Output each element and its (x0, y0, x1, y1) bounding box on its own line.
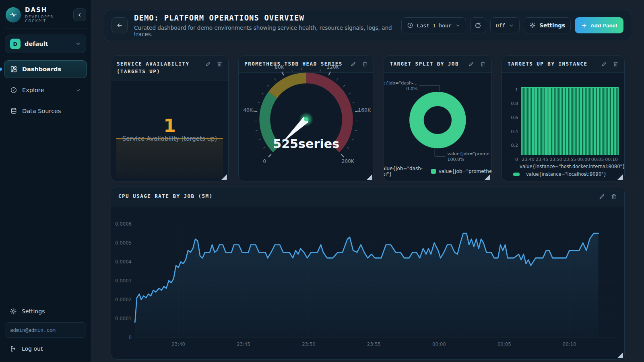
stat-chart-area[interactable]: 1 Service Availability (targets up) (111, 80, 228, 181)
delete-panel-icon[interactable] (611, 193, 617, 200)
logout-button[interactable]: Log out (4, 341, 87, 356)
workspace-selector[interactable]: D default (5, 35, 86, 53)
app-logo (6, 7, 21, 23)
clock-icon (407, 22, 413, 29)
panel-resize-handle[interactable] (617, 174, 623, 180)
edit-panel-icon[interactable] (468, 61, 474, 67)
edit-panel-icon[interactable] (205, 61, 211, 67)
gauge-chart-area[interactable]: 040K80K120K160K200K525series (239, 56, 374, 181)
legend-item[interactable]: value{instance="localhost:9090"} (513, 171, 619, 177)
refresh-interval-select[interactable]: Off (490, 17, 520, 33)
y-tick-label: 0.4 (511, 129, 518, 134)
brand-subtitle: DEVELOPER COCKPIT (25, 15, 69, 23)
svg-text:0.0003: 0.0003 (115, 278, 132, 284)
brand-name: DASH (25, 6, 69, 14)
main-content: DEMO: PLATFORM OPERATIONS OVERVIEW Curat… (91, 0, 644, 362)
legend-label: value{instance="localhost:9090"} (526, 171, 607, 177)
svg-text:0.0006: 0.0006 (115, 221, 132, 226)
dashboard-settings-button[interactable]: Settings (524, 17, 571, 33)
legend-item[interactable]: value{job="dash-api"} (384, 166, 423, 177)
line-chart: 0.00060.00050.00040.00030.00020.0001023:… (111, 206, 624, 359)
edit-panel-icon[interactable] (601, 61, 607, 67)
sidebar-settings-button[interactable]: Settings (4, 304, 87, 319)
panel-grid: SERVICE AVAILABILITY (TARGETS UP) 1 Serv… (111, 56, 625, 181)
panel-resize-handle[interactable] (617, 352, 623, 358)
chevron-down-icon (76, 88, 81, 93)
sidebar-settings-label: Settings (22, 308, 45, 315)
legend-item[interactable]: value{instance="host.docker.internal:808… (513, 164, 619, 169)
plus-icon (581, 23, 587, 29)
donut-chart: value{job="dash-...0.0%value{job="prome.… (384, 73, 491, 166)
panel-service-availability: SERVICE AVAILABILITY (TARGETS UP) 1 Serv… (111, 56, 229, 181)
chevron-down-icon (455, 23, 460, 28)
bar-legend: value{instance="host.docker.internal:808… (508, 162, 619, 178)
active-indicator-dot (0, 68, 2, 71)
dashboards-grid-icon (10, 66, 17, 73)
svg-text:100.0%: 100.0% (448, 156, 464, 162)
refresh-button[interactable] (470, 17, 486, 33)
edit-panel-icon[interactable] (599, 193, 605, 200)
svg-text:40K: 40K (243, 107, 253, 113)
x-tick-label: 23:55 (564, 157, 576, 162)
legend-item[interactable]: value{job="prometheus"} (431, 169, 492, 174)
panel-resize-handle[interactable] (485, 174, 490, 180)
svg-text:200K: 200K (342, 158, 355, 164)
svg-text:23:50: 23:50 (302, 341, 316, 347)
sidebar-item-explore[interactable]: Explore (4, 81, 87, 99)
user-email: admin@admin.com (5, 322, 86, 338)
logout-label: Log out (22, 346, 43, 352)
bar-chart-area[interactable]: 10.80.60.40.20 23:4023:4523:5023:5500:00… (502, 73, 624, 181)
back-button[interactable] (111, 17, 128, 33)
time-range-picker[interactable]: Last 1 hour (401, 17, 466, 33)
panel-resize-handle[interactable] (367, 174, 372, 180)
add-panel-label: Add Panel (590, 23, 617, 29)
sidebar-item-data-sources[interactable]: Data Sources (4, 102, 87, 120)
y-tick-label: 1 (515, 87, 518, 93)
panel-title: TARGET SPLIT BY JOB (390, 60, 464, 68)
dashboard-header: DEMO: PLATFORM OPERATIONS OVERVIEW Curat… (104, 10, 631, 41)
x-tick-label: 23:45 (536, 157, 549, 162)
gear-icon (529, 22, 536, 29)
svg-text:00:00: 00:00 (432, 341, 446, 347)
svg-text:525series: 525series (273, 137, 339, 151)
workspace-label: default (25, 41, 71, 47)
sidebar: DASH DEVELOPER COCKPIT D default Dashboa… (0, 0, 91, 362)
database-icon (10, 107, 17, 115)
svg-text:0: 0 (263, 158, 266, 164)
panel-tsdb-head-series: PROMETHEUS TSDB HEAD SERIES 040K80K120K1… (238, 56, 374, 181)
svg-text:00:05: 00:05 (497, 341, 511, 347)
x-tick-label: 00:10 (605, 157, 618, 162)
add-panel-button[interactable]: Add Panel (575, 17, 623, 33)
delete-panel-icon[interactable] (480, 61, 486, 67)
line-chart-area[interactable]: 0.00060.00050.00040.00030.00020.0001023:… (111, 206, 624, 359)
bar-x-axis: 23:4023:4523:5023:5500:0000:0500:10 (521, 155, 619, 162)
stat-value: 1 (111, 115, 228, 136)
svg-text:00:10: 00:10 (563, 341, 576, 347)
sidebar-nav: Dashboards Explore Data Sources (4, 60, 87, 120)
x-tick-label: 00:00 (577, 157, 590, 162)
svg-text:120K: 120K (327, 64, 340, 70)
svg-text:0.0005: 0.0005 (115, 240, 132, 246)
bar-series-fill (521, 87, 619, 155)
svg-text:0.0002: 0.0002 (115, 297, 132, 302)
donut-chart-area[interactable]: value{job="dash-...0.0%value{job="prome.… (384, 73, 491, 181)
delete-panel-icon[interactable] (217, 61, 223, 67)
svg-text:23:45: 23:45 (237, 341, 250, 347)
svg-text:value{job="dash-...: value{job="dash-... (384, 80, 418, 85)
delete-panel-icon[interactable] (613, 61, 619, 67)
y-tick-label: 0.2 (511, 143, 518, 148)
legend-label: value{instance="host.docker.internal:808… (520, 164, 625, 169)
donut-legend: value{job="dash-api"}value{job="promethe… (384, 166, 491, 181)
bar-y-axis: 10.80.60.40.20 (508, 87, 518, 162)
sidebar-collapse-button[interactable] (73, 8, 86, 21)
refresh-interval-value: Off (496, 23, 505, 29)
svg-text:0.0%: 0.0% (407, 86, 418, 91)
svg-text:value{job="prome...: value{job="prome... (448, 151, 491, 156)
y-tick-label: 0.6 (511, 115, 518, 120)
chevron-left-icon (77, 12, 83, 18)
refresh-icon (475, 22, 481, 29)
svg-text:0.0001: 0.0001 (115, 316, 132, 321)
panel-title: CPU USAGE RATE BY JOB (5M) (118, 193, 594, 200)
svg-text:23:40: 23:40 (171, 341, 185, 347)
sidebar-item-dashboards[interactable]: Dashboards (4, 60, 87, 78)
